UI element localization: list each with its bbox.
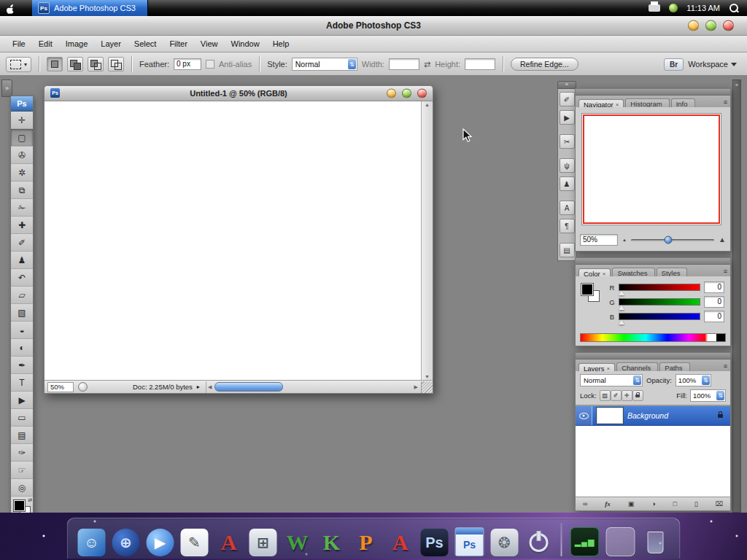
- panel-menu-icon[interactable]: ≡: [724, 268, 727, 275]
- apple-menu-icon[interactable]: [0, 3, 19, 14]
- link-layers-icon[interactable]: ∞: [583, 500, 587, 508]
- logout-dock-icon[interactable]: [525, 529, 553, 556]
- zoom-button[interactable]: [705, 20, 716, 31]
- path-selection-tool[interactable]: ▶: [11, 392, 33, 409]
- scroll-up-icon[interactable]: ▲: [422, 102, 433, 107]
- layer-visibility-toggle[interactable]: [576, 406, 592, 425]
- tool-preset-picker[interactable]: ▾: [6, 57, 31, 72]
- office-impress-dock-icon[interactable]: P: [352, 529, 380, 556]
- photoshop-document-dock-icon[interactable]: Ps: [455, 527, 484, 556]
- width-input[interactable]: [389, 58, 419, 70]
- blur-tool[interactable]: ◒: [11, 322, 33, 339]
- stack-dock-icon[interactable]: [606, 527, 635, 556]
- channel-slider[interactable]: [619, 284, 700, 291]
- channel-value-input[interactable]: 0: [704, 296, 724, 308]
- workspace-menu[interactable]: Workspace: [688, 60, 741, 69]
- menu-window[interactable]: Window: [225, 39, 266, 48]
- lock-image-icon[interactable]: ✐: [611, 390, 622, 401]
- foreground-color-swatch[interactable]: [14, 500, 25, 511]
- office-calc-dock-icon[interactable]: K: [318, 529, 346, 556]
- horizontal-scrollbar[interactable]: ◀ ▶: [206, 381, 421, 393]
- menu-file[interactable]: File: [6, 39, 32, 48]
- dock-separator[interactable]: [561, 523, 562, 556]
- opacity-input[interactable]: 100% ⇅: [676, 374, 711, 386]
- fontbook-dock-icon[interactable]: A: [215, 529, 243, 556]
- office-writer-dock-icon[interactable]: W: [284, 529, 311, 556]
- eraser-tool[interactable]: ▱: [11, 287, 33, 304]
- zoom-field[interactable]: 50%: [47, 382, 74, 392]
- paragraph-palette-icon[interactable]: ¶: [560, 219, 575, 233]
- panel-group-header[interactable]: [576, 258, 730, 265]
- new-group-icon[interactable]: □: [673, 500, 676, 508]
- layer-comps-palette-icon[interactable]: ▤: [560, 243, 575, 257]
- finder-dock-icon[interactable]: ☺: [78, 529, 106, 556]
- feather-input[interactable]: 0 px: [174, 58, 201, 70]
- scrollbar-thumb[interactable]: [214, 382, 283, 392]
- menu-view[interactable]: View: [194, 39, 225, 48]
- move-tool[interactable]: ✛: [11, 112, 33, 129]
- gradient-tool[interactable]: ▧: [11, 304, 33, 322]
- menu-layer[interactable]: Layer: [94, 39, 128, 48]
- slice-tool[interactable]: ✁: [11, 199, 33, 217]
- panel-group-header[interactable]: [576, 353, 730, 359]
- zoom-out-icon[interactable]: ▲: [622, 238, 627, 242]
- lasso-tool[interactable]: ✇: [11, 147, 33, 164]
- brush-tool[interactable]: ✐: [11, 234, 33, 252]
- canvas[interactable]: [44, 101, 422, 380]
- spotlight-search-icon[interactable]: [729, 4, 738, 13]
- character-palette-icon[interactable]: A: [560, 201, 575, 215]
- calculator-dock-icon[interactable]: ⊞: [249, 529, 277, 556]
- panel-menu-icon[interactable]: ≡: [724, 98, 727, 106]
- abiword-dock-icon[interactable]: A: [387, 529, 414, 556]
- navigator-zoom-field[interactable]: 50%: [580, 234, 618, 246]
- pattern-palette-icon[interactable]: ♟: [560, 176, 575, 191]
- swap-dimensions-icon[interactable]: ⇄: [424, 60, 430, 69]
- close-button[interactable]: [723, 20, 734, 31]
- doc-close-button[interactable]: [417, 89, 427, 98]
- system-preferences-dock-icon[interactable]: ❂: [491, 529, 519, 556]
- swap-colors-icon[interactable]: ⇄: [28, 497, 32, 503]
- doc-zoom-button[interactable]: [402, 89, 411, 98]
- slider-thumb[interactable]: [619, 320, 624, 324]
- textedit-dock-icon[interactable]: ✎: [181, 529, 209, 556]
- style-select[interactable]: Normal ⇅: [292, 58, 357, 71]
- scroll-left-icon[interactable]: ◀: [206, 384, 213, 390]
- dodge-tool[interactable]: ◐: [11, 339, 33, 357]
- height-input[interactable]: [465, 58, 495, 70]
- channel-value-input[interactable]: 0: [704, 281, 724, 293]
- rectangular-marquee-tool[interactable]: ▢: [11, 129, 33, 147]
- slider-thumb[interactable]: [619, 291, 624, 295]
- lock-transparency-icon[interactable]: ▨: [600, 390, 611, 401]
- add-to-selection-button[interactable]: [67, 57, 83, 71]
- printer-menu-icon[interactable]: [649, 4, 660, 12]
- go-to-bridge-button[interactable]: Br: [664, 58, 684, 71]
- menu-image[interactable]: Image: [59, 39, 95, 48]
- lock-position-icon[interactable]: ✛: [622, 390, 632, 401]
- active-app-tab[interactable]: Ps Adobe Photoshop CS3: [32, 0, 148, 16]
- layer-row[interactable]: Background: [576, 406, 730, 426]
- shape-tool[interactable]: ▭: [11, 409, 33, 427]
- color-spectrum-ramp[interactable]: [580, 333, 726, 342]
- palette-well-tab[interactable]: »: [1, 79, 12, 97]
- software-update-icon[interactable]: [669, 4, 678, 12]
- refine-edge-button[interactable]: Refine Edge...: [511, 58, 578, 71]
- notes-tool[interactable]: ▤: [11, 427, 33, 444]
- menu-bar-clock[interactable]: 11:13 AM: [686, 4, 720, 12]
- menu-filter[interactable]: Filter: [163, 39, 193, 48]
- widget-dock-icon[interactable]: ▂▄▆: [570, 527, 600, 556]
- subtract-from-selection-button[interactable]: [88, 57, 104, 71]
- layer-style-icon[interactable]: fx: [605, 500, 611, 508]
- fill-input[interactable]: 100% ⇅: [690, 389, 726, 402]
- panel-group-header[interactable]: [576, 89, 730, 96]
- navigator-preview[interactable]: [581, 113, 721, 225]
- clone-stamp-tool[interactable]: ♟: [11, 252, 33, 269]
- status-menu-arrow-icon[interactable]: ▸: [197, 384, 200, 390]
- clone-source-palette-icon[interactable]: ✂: [560, 134, 575, 149]
- zoom-in-icon[interactable]: ▲: [719, 236, 726, 244]
- scroll-down-icon[interactable]: ▼: [422, 374, 433, 379]
- document-title-bar[interactable]: Ps Untitled-1 @ 50% (RGB/8): [44, 86, 433, 101]
- zoom-tool[interactable]: ◎: [11, 479, 33, 497]
- channel-slider[interactable]: [619, 298, 700, 306]
- navigator-proxy-rect[interactable]: [583, 114, 720, 224]
- delete-layer-icon[interactable]: ⌧: [716, 500, 723, 508]
